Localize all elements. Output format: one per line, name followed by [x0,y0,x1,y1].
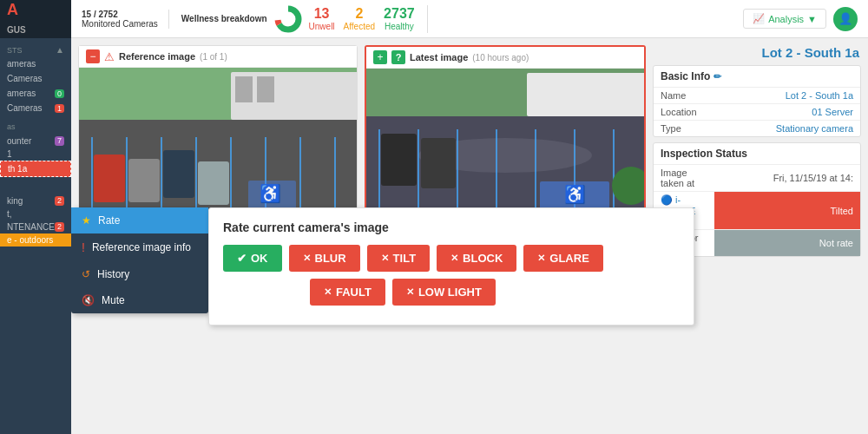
rate-buttons-row1: ✔ OK ✕ BLUR ✕ TILT ✕ BLOCK ✕ GLARE [223,245,680,272]
latest-image-title: Latest image [410,52,468,62]
svg-text:♿: ♿ [564,184,586,205]
nav-section-sts: STS ▲ ameras Cameras ameras 0 Cameras 1 [0,38,71,119]
chevron-down-icon: ▼ [807,14,817,24]
group-item-1[interactable]: 1 [0,148,71,161]
table-row: Type Stationary camera [654,121,860,137]
edit-icon[interactable]: ✏ [713,71,721,82]
nav-item-cameras2[interactable]: Cameras [0,71,71,86]
user-avatar[interactable]: 👤 [833,7,858,31]
flagged-title: 15 / 2752 [82,10,158,19]
svg-rect-18 [128,159,160,202]
mute-icon: 🔇 [82,294,95,306]
latest-image-subtitle: (10 hours ago) [472,53,529,62]
svg-text:♿: ♿ [260,183,281,204]
popup-item-mute[interactable]: 🔇 Mute [71,287,208,313]
latest-image-body: ♿ [366,69,644,216]
rate-buttons-row2: ✕ FAULT ✕ LOW LIGHT [223,279,680,306]
inspection-title: Inspection Status [654,143,860,164]
star-icon: ★ [82,214,91,227]
irogue-rating-value: Tilted [714,192,860,230]
affected-label: Affected [344,22,376,31]
unwell-stat: 13 Unwell [309,6,335,31]
popup-item-rate[interactable]: ★ Rate [71,207,208,233]
group-item-active[interactable]: th 1a [0,161,71,177]
latest-image-header: + ? Latest image (10 hours ago) [366,47,644,69]
reference-image-title: Reference image [119,51,195,62]
group-label-as: as [0,119,71,135]
analysis-label: Analysis [768,14,804,24]
svg-rect-6 [235,76,253,102]
reference-image-header: − ⚠ Reference image (1 of 1) [79,46,357,68]
monitored-label: Monitored Cameras [82,19,158,29]
badge-7: 7 [55,136,64,146]
group-item-outdoors[interactable]: e - outdoors [0,233,71,247]
svg-rect-19 [163,150,194,198]
wellness-section: Wellness breakdown 13 Unwell 2 Affected … [169,5,428,33]
rate-lowlight-button[interactable]: ✕ LOW LIGHT [392,279,496,306]
latest-image-card: + ? Latest image (10 hours ago) [365,45,646,218]
affected-count: 2 [355,6,363,22]
badge-1: 1 [55,104,64,113]
topbar: 15 / 2752 Monitored Cameras Wellness bre… [71,0,868,38]
sidebar: AGUS STS ▲ ameras Cameras ameras 0 Camer… [0,0,71,434]
rate-block-button[interactable]: ✕ BLOCK [437,245,516,272]
affected-stat: 2 Affected [344,6,376,31]
svg-rect-7 [257,76,274,102]
nav-item-cameras3[interactable]: ameras 0 [0,86,71,101]
rate-ok-button[interactable]: ✔ OK [223,245,282,272]
basic-info-table: Name Lot 2 - South 1a Location 01 Server… [654,87,860,136]
lot-title: Lot 2 - South 1a [653,45,861,60]
badge-maintenance: 2 [55,222,64,232]
x-icon: ✕ [381,253,389,264]
nav-label-sts: STS ▲ [0,42,71,56]
main-content: 15 / 2752 Monitored Cameras Wellness bre… [71,0,868,434]
svg-rect-35 [381,134,417,186]
analysis-button[interactable]: 📈 Analysis ▼ [743,9,826,29]
table-row: Name Lot 2 - South 1a [654,88,860,104]
images-row: − ⚠ Reference image (1 of 1) [78,45,646,218]
basic-info-card: Basic Info ✏ Name Lot 2 - South 1a Locat… [653,65,861,137]
reference-image-subtitle: (1 of 1) [200,52,227,62]
badge-parking: 2 [55,196,64,206]
nav-item-cameras1[interactable]: ameras [0,56,71,71]
wellness-donut [274,5,302,33]
app-logo: AGUS [0,0,71,38]
reference-image-body: ♿ [79,68,357,215]
question-icon: ? [391,50,405,64]
x-icon: ✕ [537,253,545,264]
rate-glare-button[interactable]: ✕ GLARE [523,245,603,272]
exclamation-icon: ! [82,240,85,254]
rate-tilt-button[interactable]: ✕ TILT [367,245,430,272]
rate-blur-button[interactable]: ✕ BLUR [289,245,360,272]
healthy-label: Healthy [385,22,414,31]
nav-item-cameras4[interactable]: Cameras 1 [0,101,71,115]
flagged-section: 15 / 2752 Monitored Cameras [82,10,169,29]
healthy-stat: 2737 Healthy [384,6,415,31]
warning-icon: ⚠ [104,50,115,63]
chevron-icon[interactable]: ▲ [56,45,64,55]
svg-rect-25 [527,73,644,116]
basic-info-title: Basic Info ✏ [654,66,860,87]
svg-rect-20 [198,161,229,205]
x-icon: ✕ [303,253,311,264]
group-item-parking[interactable]: king 2 [0,194,71,207]
rate-title: Rate current camera's image [223,220,680,234]
content-area: − ⚠ Reference image (1 of 1) [71,38,868,434]
unwell-label: Unwell [309,22,335,31]
wellness-label: Wellness breakdown [181,14,267,23]
group-item-counter[interactable]: ounter 7 [0,135,71,148]
minus-button[interactable]: − [86,49,100,63]
x-icon: ✕ [324,286,332,298]
table-row: Image taken at Fri, 11/15/19 at 14: [654,165,860,192]
popup-item-history[interactable]: ↺ History [71,261,208,287]
group-item-t[interactable]: t, [0,207,71,220]
dropdown-popup: ★ Rate ! Reference image info ↺ History … [71,207,208,313]
analysis-icon: 📈 [753,13,765,24]
popup-item-reference-info[interactable]: ! Reference image info [71,233,208,261]
plus-button[interactable]: + [373,50,387,64]
unwell-count: 13 [314,6,330,22]
badge-0: 0 [55,89,64,98]
rate-fault-button[interactable]: ✕ FAULT [310,279,385,306]
group-item-maintenance[interactable]: NTENANCE 2 [0,220,71,233]
x-icon: ✕ [450,253,458,264]
